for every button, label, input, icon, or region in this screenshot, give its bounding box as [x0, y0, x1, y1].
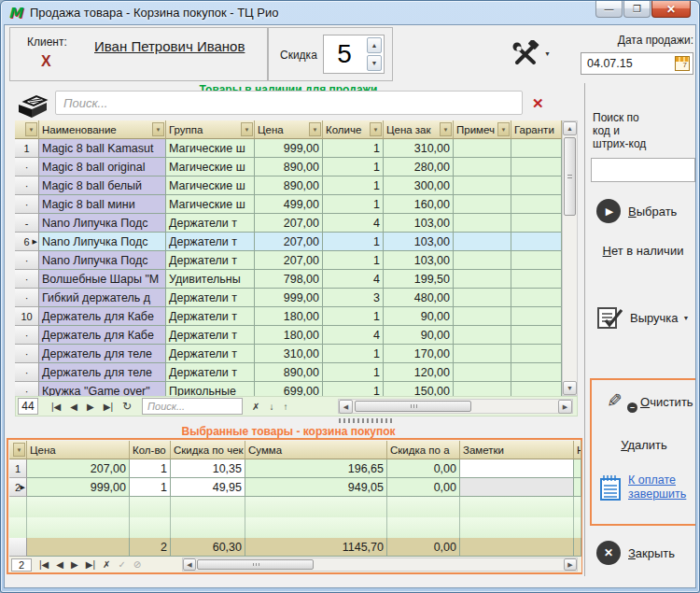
cell-price[interactable]: 999,00 [27, 478, 130, 497]
catalog-icon[interactable] [16, 91, 49, 119]
scrollbar-thumb[interactable] [564, 137, 576, 216]
catalog-row[interactable]: ·Magic 8 ball белыйМагические ш890,00130… [15, 176, 562, 195]
cell-group[interactable]: Магические ш [166, 139, 255, 158]
cell-price[interactable]: 207,00 [255, 214, 323, 233]
clear-search-icon[interactable]: ✕ [532, 96, 544, 110]
cell-quantity[interactable]: 1 [323, 307, 384, 326]
nav-last-button[interactable]: ▶| [104, 402, 113, 412]
catalog-row[interactable]: ·Кружка "Game over"Прикольные699,001150,… [15, 382, 562, 396]
column-filter-button[interactable]: ▼ [309, 122, 321, 136]
cell-group[interactable]: Держатели т [166, 214, 255, 233]
row-indicator[interactable]: 1 [15, 139, 39, 158]
cell-quantity[interactable]: 1 [323, 195, 384, 214]
nav-post-button[interactable]: ✓ [118, 559, 125, 570]
cell-warranty[interactable] [511, 195, 562, 214]
column-header[interactable]: Цена▼ [255, 120, 323, 139]
cell-price[interactable]: 207,00 [27, 459, 130, 478]
select-button[interactable]: ▶ Выбрать [596, 199, 677, 223]
catalog-search-input[interactable] [55, 91, 523, 115]
row-indicator[interactable]: · [15, 382, 39, 396]
maximize-button[interactable]: ❐ [623, 1, 651, 18]
cell-purchase-price[interactable]: 103,00 [384, 251, 454, 270]
client-name-link[interactable]: Иван Петрович Иванов [94, 38, 245, 54]
cell-name[interactable]: Кружка "Game over" [39, 382, 166, 396]
catalog-row[interactable]: 10Держатель для КабеДержатели т180,00190… [15, 307, 562, 326]
nav-prior-button[interactable]: ◀ [56, 559, 63, 570]
cell-quantity[interactable]: 1 [323, 345, 384, 363]
cell-quantity[interactable]: 1 [323, 158, 384, 176]
cell-note[interactable] [454, 158, 511, 176]
cell-warranty[interactable] [511, 233, 562, 251]
cell-purchase-price[interactable]: 120,00 [384, 363, 454, 382]
row-indicator[interactable]: · [15, 270, 39, 289]
cell-name[interactable]: Гибкий держатель д [39, 289, 166, 307]
cell-group[interactable]: Магические ш [166, 158, 255, 176]
cell-purchase-price[interactable]: 310,00 [384, 139, 454, 158]
column-header[interactable]: Н [574, 441, 581, 459]
close-dialog-button[interactable]: ✕ Закрыть [596, 541, 675, 565]
cell-quantity[interactable]: 1 [323, 176, 384, 195]
cell-price[interactable]: 890,00 [255, 176, 323, 195]
cart-row[interactable]: 2▶999,00149,95949,050,00 [9, 478, 581, 497]
cell-group[interactable]: Держатели т [166, 307, 255, 326]
cell-quantity[interactable]: 1 [323, 382, 384, 396]
column-header[interactable]: Количе▼ [323, 120, 384, 139]
row-indicator[interactable]: 10 [15, 307, 39, 326]
cell-warranty[interactable] [511, 214, 562, 233]
pay-finish-button[interactable]: К оплате завершить [599, 473, 686, 501]
catalog-row[interactable]: ·Держатель для КабеДержатели т180,00490,… [15, 326, 562, 345]
column-header[interactable]: Заметки [460, 441, 574, 459]
catalog-row[interactable]: ·Magic 8 ball миниМагические ш499,001160… [15, 195, 562, 214]
clear-cart-button[interactable]: ✎ – Очистить [607, 389, 693, 414]
column-header[interactable]: Группа▼ [166, 120, 255, 139]
scroll-up-button[interactable]: ▲ [563, 121, 577, 135]
cell-price[interactable]: 310,00 [255, 345, 323, 363]
cell-sum[interactable]: 949,05 [245, 478, 387, 497]
nav-first-button[interactable]: |◀ [39, 559, 49, 570]
cell-price[interactable]: 699,00 [255, 382, 323, 396]
cell-price[interactable]: 180,00 [255, 307, 323, 326]
column-header[interactable]: Скидка по чек [171, 441, 245, 459]
sale-date-field[interactable]: 04.07.15 7 [581, 52, 693, 75]
cell-purchase-price[interactable]: 300,00 [384, 176, 454, 195]
cell-group[interactable]: Держатели т [166, 345, 255, 363]
cart-horizontal-scrollbar[interactable]: ◀ ▶ [182, 558, 578, 572]
cell-price[interactable]: 207,00 [255, 251, 323, 270]
cell-warranty[interactable] [511, 176, 562, 195]
cell-name[interactable]: Magic 8 ball original [39, 158, 166, 176]
cell-note[interactable] [454, 176, 511, 195]
move-down-button[interactable]: ↓ [269, 402, 273, 412]
column-filter-button[interactable]: ▼ [25, 122, 37, 136]
row-indicator[interactable]: · [15, 195, 39, 214]
splitter-grip[interactable] [339, 418, 395, 423]
cell-group[interactable]: Держатели т [166, 233, 255, 251]
cell-check-discount[interactable]: 49,95 [171, 478, 245, 497]
cell-note[interactable] [454, 307, 511, 326]
delete-item-button[interactable]: Удалить [592, 438, 696, 452]
cell-price[interactable]: 999,00 [255, 289, 323, 307]
cell-note[interactable] [454, 289, 511, 307]
cell-name[interactable]: Nano Липучка Подс [39, 233, 166, 251]
row-indicator[interactable]: · [15, 251, 39, 270]
nav-next-button[interactable]: ▶ [71, 559, 78, 570]
cell-purchase-price[interactable]: 170,00 [384, 345, 454, 363]
column-filter-button[interactable]: ▼ [370, 122, 382, 136]
calendar-icon[interactable]: 7 [675, 56, 690, 71]
cell-extra[interactable] [574, 459, 581, 478]
cell-quantity[interactable]: 1 [323, 233, 384, 251]
cell-sum[interactable]: 196,65 [245, 459, 387, 478]
cell-check-discount[interactable]: 10,35 [171, 459, 245, 478]
nav-last-button[interactable]: ▶| [86, 559, 95, 570]
cell-quantity[interactable]: 1 [130, 459, 171, 478]
tools-menu-button[interactable]: ▼ [510, 40, 551, 66]
cell-note[interactable] [454, 195, 511, 214]
cell-price[interactable]: 180,00 [255, 326, 323, 345]
row-indicator[interactable]: · [15, 289, 39, 307]
row-indicator[interactable]: 2▶ [9, 478, 27, 497]
scroll-right-button[interactable]: ▶ [558, 400, 572, 414]
scroll-left-button[interactable]: ◀ [339, 400, 353, 414]
row-indicator[interactable]: · [15, 326, 39, 345]
cell-warranty[interactable] [511, 158, 562, 176]
column-header[interactable]: Сумма [245, 441, 387, 459]
cell-quantity[interactable]: 4 [323, 270, 384, 289]
